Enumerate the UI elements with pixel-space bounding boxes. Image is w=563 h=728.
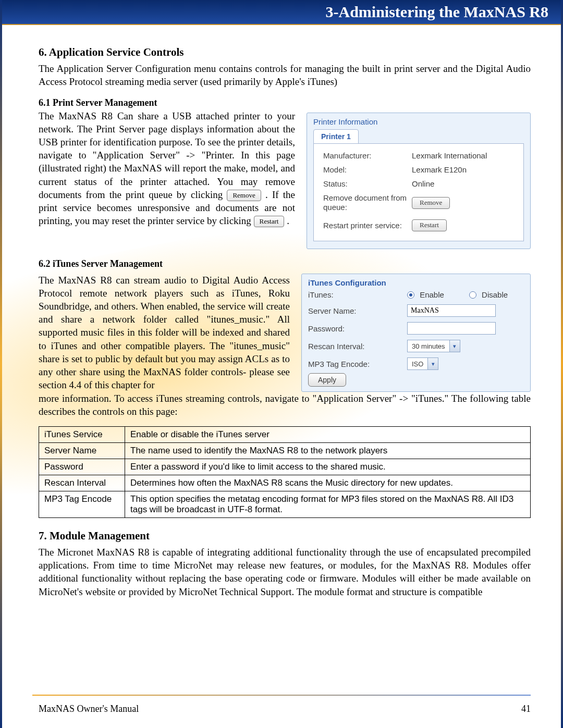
radio-dot-icon <box>469 291 476 299</box>
model-label: Model: <box>323 165 412 174</box>
para-6-2-b: more information. To access iTunes strea… <box>39 392 531 418</box>
enable-text: Enable <box>420 290 444 299</box>
subsection-6-2-title: 6.2 iTunes Server Management <box>39 258 531 269</box>
cell-v: This option specifies the metatag encodi… <box>125 491 531 518</box>
inline-remove-button: Remove <box>227 190 261 201</box>
para-6-1-c: . <box>287 215 289 226</box>
manufacturer-value: Lexmark International <box>412 151 487 160</box>
para-6-2-a: The MaxNAS R8 can stream audio to Digita… <box>39 274 290 391</box>
model-value: Lexmark E120n <box>412 165 467 174</box>
itunes-config-panel: iTunes Configuration iTunes: Enable Disa… <box>301 274 531 392</box>
encode-label: MP3 Tag Encode: <box>308 360 407 368</box>
disable-text: Disable <box>482 290 508 299</box>
section-7-body: The Micronet MaxNAS R8 is capable of int… <box>39 546 531 598</box>
encode-select-value: ISO <box>408 360 427 368</box>
status-label: Status: <box>323 179 412 188</box>
row-6-1: The MaxNAS R8 Can share a USB attached p… <box>39 109 531 249</box>
password-label: Password: <box>308 324 407 333</box>
chapter-title: 3-Administering the MaxNAS R8 <box>326 3 549 21</box>
table-row: PasswordEnter a password if you'd like t… <box>39 459 531 475</box>
rescan-select-value: 30 minutes <box>408 342 449 350</box>
footer-page-number: 41 <box>521 704 531 714</box>
table-row: Rescan IntervalDetermines how often the … <box>39 475 531 491</box>
col-6-2-text: The MaxNAS R8 can stream audio to Digita… <box>39 270 290 391</box>
server-name-label: Server Name: <box>308 306 407 315</box>
cell-v: The name used to identify the MaxNAS R8 … <box>125 443 531 459</box>
encode-select[interactable]: ISO ▾ <box>407 357 438 370</box>
footer-divider <box>32 695 531 696</box>
printer-info-panel: Printer Information Printer 1 Manufactur… <box>307 113 531 249</box>
col-6-1-text: The MaxNAS R8 Can share a USB attached p… <box>39 109 295 227</box>
para-6-1-a: The MaxNAS R8 Can share a USB attached p… <box>39 110 295 200</box>
chevron-down-icon: ▾ <box>449 340 460 352</box>
cell-k: MP3 Tag Encode <box>39 491 125 518</box>
apply-button[interactable]: Apply <box>308 373 346 387</box>
printer-tab-body: Manufacturer: Lexmark International Mode… <box>313 143 524 241</box>
section-6-intro: The Application Server Configuration men… <box>39 62 531 88</box>
printer-legend: Printer Information <box>313 117 524 126</box>
remove-queue-label: Remove document from queue: <box>323 193 412 212</box>
manufacturer-label: Manufacturer: <box>323 151 412 160</box>
remove-queue-button[interactable]: Remove <box>412 197 450 209</box>
table-row: Server NameThe name used to identify the… <box>39 443 531 459</box>
restart-service-label: Restart printer service: <box>323 221 412 230</box>
itunes-legend: iTunes Configuration <box>308 278 524 287</box>
cell-v: Enable or disable the iTunes server <box>125 427 531 443</box>
inline-restart-button: Restart <box>254 216 285 227</box>
section-7-title: 7. Module Management <box>39 529 531 542</box>
cell-k: Password <box>39 459 125 475</box>
subsection-6-1-title: 6.1 Print Server Management <box>39 97 531 108</box>
cell-k: Server Name <box>39 443 125 459</box>
table-row: iTunes ServiceEnable or disable the iTun… <box>39 427 531 443</box>
para-6-1: The MaxNAS R8 Can share a USB attached p… <box>39 109 295 227</box>
cell-v: Determines how often the MaxNAS R8 scans… <box>125 475 531 491</box>
itunes-controls-table: iTunes ServiceEnable or disable the iTun… <box>39 426 531 518</box>
section-6-title: 6. Application Service Controls <box>39 46 531 59</box>
itunes-label: iTunes: <box>308 290 407 299</box>
footer-manual-title: MaxNAS Owner's Manual <box>39 704 139 714</box>
chevron-down-icon: ▾ <box>427 358 438 369</box>
radio-dot-checked-icon <box>407 291 414 299</box>
row-6-2: The MaxNAS R8 can stream audio to Digita… <box>39 270 531 392</box>
chapter-header: 3-Administering the MaxNAS R8 <box>0 0 563 25</box>
itunes-disable-radio[interactable]: Disable <box>469 290 508 299</box>
table-row: MP3 Tag EncodeThis option specifies the … <box>39 491 531 518</box>
page-footer: MaxNAS Owner's Manual 41 <box>39 704 531 714</box>
cell-v: Enter a password if you'd like to limit … <box>125 459 531 475</box>
cell-k: Rescan Interval <box>39 475 125 491</box>
restart-service-button[interactable]: Restart <box>412 219 447 231</box>
printer-tab-1[interactable]: Printer 1 <box>313 129 359 144</box>
rescan-label: Rescan Interval: <box>308 342 407 351</box>
server-name-input[interactable] <box>407 304 496 317</box>
page-content: 6. Application Service Controls The Appl… <box>0 25 563 598</box>
cell-k: iTunes Service <box>39 427 125 443</box>
rescan-select[interactable]: 30 minutes ▾ <box>407 340 460 352</box>
itunes-enable-radio[interactable]: Enable <box>407 290 444 299</box>
status-value: Online <box>412 179 434 188</box>
password-input[interactable] <box>407 322 496 335</box>
